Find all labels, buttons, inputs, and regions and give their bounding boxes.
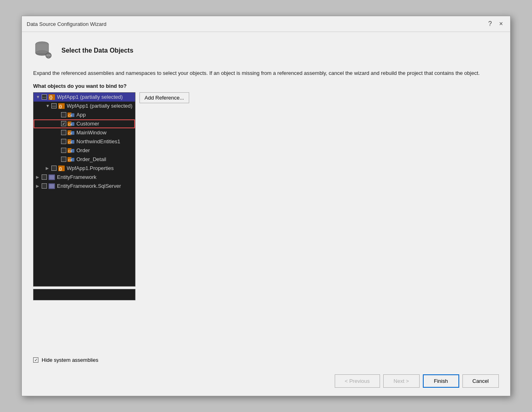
tree-container: ▼ — {} WpfApp1 (partially selected) (33, 92, 135, 287)
checkbox-ef[interactable] (42, 174, 47, 180)
svg-text:C#: C# (68, 158, 72, 162)
finish-button[interactable]: Finish (423, 374, 459, 388)
label-mainwindow: MainWindow (76, 130, 106, 136)
svg-point-8 (47, 56, 50, 58)
tree-row-root[interactable]: ▼ — {} WpfApp1 (partially selected) (34, 93, 135, 102)
tree-row-orderdetail[interactable]: C# Order_Detail (34, 155, 135, 164)
dialog-title: Data Source Configuration Wizard (27, 21, 106, 27)
icon-mainwindow: C# (68, 130, 75, 136)
bottom-area: ✓ Hide system assemblies (22, 352, 510, 368)
checkbox-wpfapp1[interactable]: — (51, 103, 57, 108)
checkbox-customer[interactable]: ✓ (61, 121, 66, 126)
label-customer: Customer (76, 121, 99, 127)
title-bar: Data Source Configuration Wizard ? × (22, 16, 510, 32)
help-button[interactable]: ? (486, 19, 494, 28)
tree-row-northwindentities[interactable]: C# NorthwindEntities1 (34, 137, 135, 146)
svg-text:{}: {} (59, 167, 62, 171)
tree-row-order[interactable]: C# Order (34, 146, 135, 155)
label-ef: EntityFramework (57, 174, 97, 180)
dialog: Data Source Configuration Wizard ? × (21, 16, 511, 396)
label-order: Order (76, 147, 90, 153)
icon-ef-sql (48, 183, 55, 189)
checkbox-app[interactable] (61, 112, 66, 117)
label-wpfapp1: WpfApp1 (partially selected) (67, 103, 133, 109)
svg-rect-3 (36, 44, 49, 53)
previous-button[interactable]: < Previous (335, 374, 380, 388)
label-root: WpfApp1 (partially selected) (57, 94, 123, 100)
title-bar-buttons: ? × (486, 19, 505, 28)
tree-row-customer[interactable]: ✓ C# Customer (34, 119, 135, 128)
svg-text:{}: {} (59, 104, 62, 108)
label-orderdetail: Order_Detail (76, 156, 106, 162)
tree-row-mainwindow[interactable]: C# MainWindow (34, 128, 135, 137)
arrow-wpfapp1: ▼ (46, 104, 51, 108)
search-box[interactable] (33, 289, 135, 300)
icon-orderdetail: C# (68, 156, 75, 163)
svg-text:C#: C# (68, 123, 72, 126)
icon-order: C# (68, 147, 75, 154)
checkbox-mainwindow[interactable] (61, 130, 66, 135)
icon-properties: {} (58, 165, 65, 172)
tree-row-wpfapp1[interactable]: ▼ — {} WpfApp1 (partially selected) (34, 102, 135, 110)
svg-rect-34 (49, 175, 54, 179)
checkbox-properties[interactable] (51, 166, 57, 171)
next-button[interactable]: Next > (383, 374, 420, 388)
tree-row-ef-sql[interactable]: ▶ EntityFramework.SqlServer (34, 182, 135, 191)
header-section: Select the Data Objects (33, 40, 499, 61)
label-properties: WpfApp1.Properties (67, 165, 114, 171)
svg-text:C#: C# (68, 132, 72, 135)
button-row: < Previous Next > Finish Cancel (22, 368, 510, 396)
hide-system-checkbox[interactable]: ✓ (33, 357, 38, 363)
arrow-ef-sql: ▶ (36, 184, 42, 188)
cancel-button[interactable]: Cancel (462, 374, 499, 388)
label-ef-sql: EntityFramework.SqlServer (57, 183, 121, 189)
hide-system-row: ✓ Hide system assemblies (33, 357, 499, 363)
svg-text:{}: {} (49, 95, 53, 100)
content-area: Select the Data Objects Expand the refer… (22, 32, 510, 352)
label-app: App (76, 112, 86, 118)
tree-row-app[interactable]: C# App (34, 110, 135, 119)
checkbox-northwind[interactable] (61, 139, 66, 144)
hide-system-label: Hide system assemblies (42, 357, 98, 363)
tree-scroll-area[interactable]: ▼ — {} WpfApp1 (partially selected) (33, 92, 135, 303)
checkbox-ef-sql[interactable] (42, 183, 47, 189)
description-text: Expand the referenced assemblies and nam… (33, 69, 499, 77)
svg-rect-36 (49, 184, 54, 188)
tree-area: ▼ — {} WpfApp1 (partially selected) (33, 92, 499, 344)
tree-row-properties[interactable]: ▶ {} WpfApp1.Properties (34, 164, 135, 173)
add-reference-button[interactable]: Add Reference... (139, 92, 190, 103)
section-label: What objects do you want to bind to? (33, 83, 499, 89)
arrow-root: ▼ (36, 95, 42, 99)
icon-northwind: C# (68, 138, 75, 145)
checkbox-order[interactable] (61, 148, 66, 153)
close-button[interactable]: × (497, 19, 505, 28)
svg-text:C#: C# (68, 140, 72, 144)
checkbox-root[interactable]: — (42, 94, 47, 100)
icon-app: C# (68, 112, 75, 118)
arrow-ef: ▶ (36, 175, 42, 179)
checkbox-orderdetail[interactable] (61, 157, 66, 162)
svg-text:C#: C# (68, 149, 72, 153)
database-icon (33, 40, 54, 61)
tree-row-ef[interactable]: ▶ EntityFramework (34, 173, 135, 182)
arrow-properties: ▶ (46, 166, 51, 170)
label-northwind: NorthwindEntities1 (76, 138, 120, 144)
svg-text:C#: C# (68, 114, 72, 117)
page-title: Select the Data Objects (61, 47, 133, 54)
icon-wpfapp1: {} (58, 103, 65, 109)
icon-ef (48, 174, 55, 181)
icon-root: {} (48, 94, 55, 100)
icon-customer: C# (68, 121, 75, 127)
